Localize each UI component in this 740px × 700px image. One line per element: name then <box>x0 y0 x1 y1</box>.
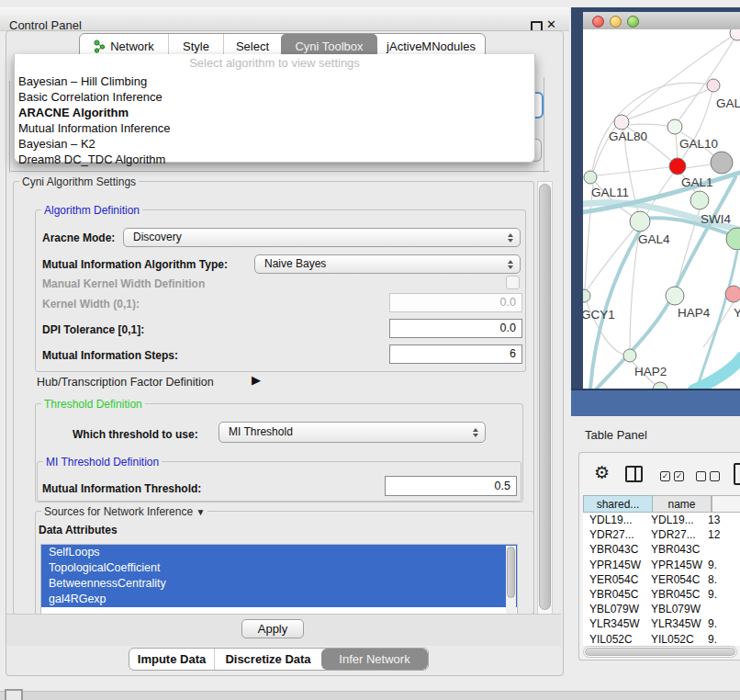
expand-arrow-icon[interactable]: ▶ <box>252 373 261 387</box>
dropdown-item[interactable]: Mutual Information Inference <box>17 120 514 136</box>
aracne-mode-combobox[interactable]: Discovery <box>123 228 521 247</box>
stepper-arrows-icon <box>508 260 513 269</box>
node-hap2[interactable] <box>623 349 636 362</box>
table-row[interactable]: YER054CYER054C8. <box>583 572 740 587</box>
table-row[interactable]: YPR145WYPR145W9. <box>583 558 740 572</box>
scrollbar-thumb[interactable] <box>539 184 551 610</box>
mi-steps-label: Mutual Information Steps: <box>42 349 178 362</box>
node-label: GAL10 <box>679 137 718 151</box>
node-gal1-red[interactable] <box>669 158 686 175</box>
table-panel-title: Table Panel <box>585 428 647 442</box>
bottom-tabs: Impute Data Discretize Data Infer Networ… <box>129 648 429 671</box>
node-swi4[interactable] <box>690 191 709 209</box>
table-row[interactable]: YIL052CYIL052C9. <box>583 632 740 647</box>
node-label: GAL1 <box>681 175 713 189</box>
mi-threshold-label: Mutual Information Threshold: <box>42 482 201 495</box>
table-row[interactable]: YLR345WYLR345W9. <box>583 616 740 631</box>
control-panel-titlebar: Control Panel ✕ <box>0 7 569 31</box>
node-gal80[interactable] <box>614 115 629 130</box>
node-hap4[interactable] <box>666 287 684 305</box>
node[interactable] <box>707 79 720 92</box>
list-item[interactable]: BetweennessCentrality <box>41 576 517 592</box>
table-toolbar: ⚙ ✓✓ <box>579 453 740 493</box>
select-all-checkboxes-icon[interactable]: ✓✓ <box>660 471 684 481</box>
kernel-width-field[interactable]: 0.0 <box>389 293 522 312</box>
table-row[interactable]: YDR27...YDR27...12 <box>583 527 740 542</box>
collapse-arrow-icon[interactable]: ▼ <box>196 507 205 517</box>
section-divider <box>11 171 549 172</box>
list-vertical-scrollbar[interactable] <box>506 546 516 614</box>
dpi-tolerance-field[interactable]: 0.0 <box>389 319 522 338</box>
mi-type-combobox[interactable]: Naive Bayes <box>254 254 521 274</box>
table-row[interactable]: YBL079WYBL079W <box>583 602 740 616</box>
network-graph: GAL GAL80 GAL10 GAL1 GAL11 SWI4 GAL4 GCY… <box>583 29 740 389</box>
table-header: shared... name <box>583 495 740 513</box>
document-icon[interactable] <box>734 463 740 485</box>
settings-group-title: Cyni Algorithm Settings <box>19 175 139 188</box>
node-salmon[interactable] <box>725 286 740 302</box>
hidden-groupbox-edge <box>9 81 10 173</box>
node-gal4[interactable] <box>630 211 650 231</box>
node[interactable] <box>730 29 740 40</box>
close-traffic-light[interactable] <box>592 16 604 28</box>
minimize-traffic-light[interactable] <box>610 16 622 28</box>
table-row[interactable]: YDL19...YDL19...13 <box>583 513 740 527</box>
table-row[interactable]: YBR043CYBR043C <box>583 542 740 557</box>
manual-kernel-checkbox[interactable] <box>506 276 520 289</box>
sources-group-title: Sources for Network Inference ▼ <box>41 505 207 518</box>
dropdown-item-selected[interactable]: ARACNE Algorithm <box>17 105 514 120</box>
tab-discretize-data[interactable]: Discretize Data <box>214 649 321 670</box>
network-icon <box>94 40 106 53</box>
dpi-tolerance-label: DPI Tolerance [0,1]: <box>42 323 144 336</box>
dropdown-item[interactable]: Bayesian – K2 <box>17 136 514 152</box>
stepper-arrows-icon <box>508 233 513 243</box>
threshold-definition-title: Threshold Definition <box>41 398 145 411</box>
column-header-partial[interactable] <box>712 495 740 513</box>
tab-impute-data[interactable]: Impute Data <box>129 649 214 670</box>
node-gray[interactable] <box>711 152 733 174</box>
table-rows: YDL19...YDL19...13 YDR27...YDR27...12 YB… <box>583 513 740 646</box>
desktop-background <box>571 389 740 416</box>
scrollbar-thumb[interactable] <box>585 648 735 656</box>
node-gal11[interactable] <box>584 171 597 184</box>
deselect-all-checkboxes-icon[interactable] <box>696 471 720 481</box>
network-window-titlebar[interactable] <box>583 12 740 30</box>
node-gcy1[interactable] <box>583 289 590 302</box>
column-header-shared-name[interactable]: shared... <box>583 495 653 513</box>
gear-icon[interactable]: ⚙ <box>594 462 610 482</box>
node-gal10[interactable] <box>667 119 682 134</box>
dropdown-item[interactable]: Bayesian – Hill Climbing <box>17 73 514 89</box>
data-attributes-label: Data Attributes <box>39 524 118 536</box>
which-threshold-combobox[interactable]: MI Threshold <box>219 422 486 443</box>
zoom-traffic-light[interactable] <box>627 16 639 28</box>
mi-steps-field[interactable]: 6 <box>389 344 522 364</box>
list-item[interactable]: TopologicalCoefficient <box>41 560 517 576</box>
column-view-icon[interactable] <box>625 466 643 482</box>
manual-kernel-label: Manual Kernel Width Definition <box>42 277 205 290</box>
apply-button[interactable]: Apply <box>241 619 304 638</box>
settings-vertical-scrollbar[interactable] <box>537 181 553 615</box>
list-item[interactable]: SelfLoops <box>41 545 517 560</box>
dropdown-item[interactable]: Dream8 DC_TDC Algorithm <box>17 152 514 167</box>
node-label: GAL4 <box>638 232 670 246</box>
tab-infer-network[interactable]: Infer Network <box>321 649 428 670</box>
node-label: GAL <box>716 96 740 110</box>
collapsed-panel-icon[interactable] <box>5 689 23 700</box>
window-frame-edge <box>571 7 583 389</box>
list-item[interactable]: gal4RGexp <box>41 592 517 607</box>
mi-threshold-field[interactable]: 0.5 <box>385 476 517 496</box>
scrollbar-thumb[interactable] <box>507 547 515 598</box>
network-canvas[interactable]: GAL GAL80 GAL10 GAL1 GAL11 SWI4 GAL4 GCY… <box>583 29 740 389</box>
node-label: GAL80 <box>609 130 647 143</box>
data-attributes-list[interactable]: SelfLoops TopologicalCoefficient Between… <box>40 544 518 616</box>
column-header-name[interactable]: name <box>653 495 712 513</box>
dropdown-item[interactable]: Basic Correlation Inference <box>17 89 514 105</box>
which-threshold-label: Which threshold to use: <box>73 428 198 441</box>
node[interactable] <box>653 382 667 389</box>
close-icon[interactable]: ✕ <box>546 17 556 31</box>
table-row[interactable]: YBR045CYBR045C9. <box>583 587 740 602</box>
hidden-groupbox-edge-right <box>544 77 544 173</box>
table-horizontal-scrollbar[interactable] <box>583 646 737 658</box>
hub-tf-definition-label[interactable]: Hub/Transcription Factor Definition <box>37 376 214 389</box>
node[interactable] <box>726 228 740 250</box>
